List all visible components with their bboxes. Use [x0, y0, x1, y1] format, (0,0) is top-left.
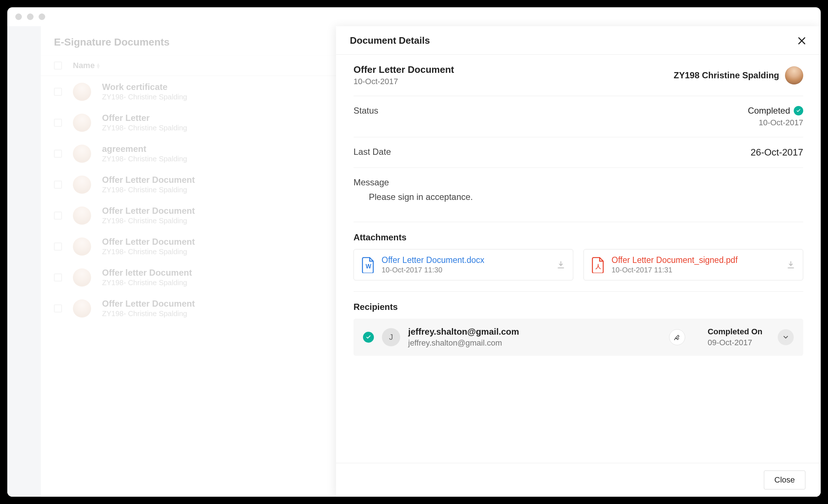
status-check-icon	[794, 106, 803, 115]
row-avatar	[73, 114, 91, 132]
document-name: Offer Letter Document	[354, 64, 454, 75]
recipient-completed-date: 09-Oct-2017	[708, 338, 762, 347]
row-subtitle: ZY198- Christine Spalding	[102, 310, 195, 318]
status-section: Status Completed 10-Oct-2017	[354, 96, 803, 137]
row-checkbox[interactable]	[54, 150, 62, 158]
document-date: 10-Oct-2017	[354, 77, 454, 86]
row-subtitle: ZY198- Christine Spalding	[102, 248, 195, 256]
row-title: Offer Letter Document	[102, 175, 195, 185]
select-all-checkbox[interactable]	[54, 62, 62, 70]
row-subtitle: ZY198- Christine Spalding	[102, 279, 192, 287]
row-subtitle: ZY198- Christine Spalding	[102, 217, 195, 225]
row-checkbox[interactable]	[54, 181, 62, 189]
row-checkbox[interactable]	[54, 304, 62, 312]
traffic-light-zoom[interactable]	[39, 13, 45, 20]
panel-body: Offer Letter Document 10-Oct-2017 ZY198 …	[336, 55, 821, 463]
last-date-section: Last Date 26-Oct-2017	[354, 137, 803, 168]
row-checkbox[interactable]	[54, 88, 62, 96]
row-title: Offer letter Document	[102, 268, 192, 278]
attachment-date: 10-Oct-2017 11:30	[382, 266, 550, 274]
document-summary: Offer Letter Document 10-Oct-2017 ZY198 …	[354, 55, 803, 96]
recipient-avatar: J	[382, 328, 400, 346]
row-subtitle: ZY198- Christine Spalding	[102, 93, 187, 101]
row-avatar	[73, 237, 91, 256]
attachment-name: Offer Letter Document_signed.pdf	[612, 255, 780, 265]
traffic-light-minimize[interactable]	[27, 13, 34, 20]
panel-header: Document Details	[336, 26, 821, 55]
recipient-name: jeffrey.shalton@gmail.com	[408, 327, 661, 337]
panel-footer: Close	[336, 463, 821, 497]
row-avatar	[73, 176, 91, 194]
attachment-date: 10-Oct-2017 11:31	[612, 266, 780, 274]
row-subtitle: ZY198- Christine Spalding	[102, 155, 187, 163]
row-checkbox[interactable]	[54, 243, 62, 251]
recipients-section: Recipients J jeffrey.shalton@gmail.com j…	[354, 292, 803, 356]
attachments-label: Attachments	[354, 222, 803, 249]
svg-text:人: 人	[595, 264, 602, 269]
row-title: Offer Letter Document	[102, 299, 195, 309]
recipient-email: jeffrey.shalton@gmail.com	[408, 338, 661, 348]
recipient-status-icon	[363, 332, 374, 343]
row-subtitle: ZY198- Christine Spalding	[102, 186, 195, 194]
column-name[interactable]: Name ▴▾	[73, 61, 99, 70]
sort-icon: ▴▾	[97, 63, 99, 68]
row-subtitle: ZY198- Christine Spalding	[102, 124, 187, 132]
close-button[interactable]: Close	[764, 470, 805, 489]
recipient-card: J jeffrey.shalton@gmail.com jeffrey.shal…	[354, 319, 803, 356]
svg-text:W: W	[366, 263, 371, 269]
document-owner: ZY198 Christine Spalding	[674, 70, 779, 80]
app-window: E-Signature Documents Name ▴▾ Work certi…	[7, 7, 821, 497]
row-avatar	[73, 299, 91, 318]
row-title: Offer Letter	[102, 113, 187, 123]
message-body: Please sign in acceptance.	[354, 188, 803, 212]
attachment-card[interactable]: 人 Offer Letter Document_signed.pdf 10-Oc…	[583, 249, 803, 280]
sign-edit-icon[interactable]	[669, 329, 685, 345]
row-avatar	[73, 268, 91, 287]
close-icon[interactable]	[797, 36, 807, 46]
row-checkbox[interactable]	[54, 212, 62, 220]
left-nav-strip	[7, 26, 41, 497]
row-title: agreement	[102, 144, 187, 154]
window-titlebar	[7, 7, 821, 26]
document-details-panel: Document Details Offer Letter Document 1…	[336, 26, 821, 497]
recipients-label: Recipients	[354, 292, 803, 319]
column-name-label: Name	[73, 61, 95, 70]
last-date-value: 26-Oct-2017	[750, 147, 803, 158]
attachment-card[interactable]: W Offer Letter Document.docx 10-Oct-2017…	[354, 249, 573, 280]
content-area: E-Signature Documents Name ▴▾ Work certi…	[7, 26, 821, 497]
status-label: Status	[354, 106, 378, 116]
status-date: 10-Oct-2017	[748, 118, 803, 127]
recipient-completed-label: Completed On	[708, 327, 762, 336]
attachments-section: Attachments W Offer Letter Document.docx…	[354, 222, 803, 292]
status-value: Completed	[748, 106, 790, 116]
row-title: Offer Letter Document	[102, 206, 195, 216]
row-title: Offer Letter Document	[102, 237, 195, 247]
download-icon[interactable]	[786, 260, 796, 269]
row-title: Work certificate	[102, 82, 187, 92]
download-icon[interactable]	[556, 260, 566, 269]
row-avatar	[73, 145, 91, 163]
traffic-light-close[interactable]	[15, 13, 22, 20]
word-file-icon: W	[361, 256, 376, 273]
pdf-file-icon: 人	[591, 256, 606, 273]
panel-title: Document Details	[350, 35, 430, 46]
owner-avatar	[785, 66, 803, 84]
row-avatar	[73, 83, 91, 101]
row-checkbox[interactable]	[54, 273, 62, 281]
message-label: Message	[354, 177, 803, 188]
last-date-label: Last Date	[354, 147, 391, 157]
message-section: Message Please sign in acceptance.	[354, 168, 803, 222]
row-checkbox[interactable]	[54, 119, 62, 127]
expand-icon[interactable]	[778, 329, 794, 345]
row-avatar	[73, 206, 91, 225]
attachment-name: Offer Letter Document.docx	[382, 255, 550, 265]
